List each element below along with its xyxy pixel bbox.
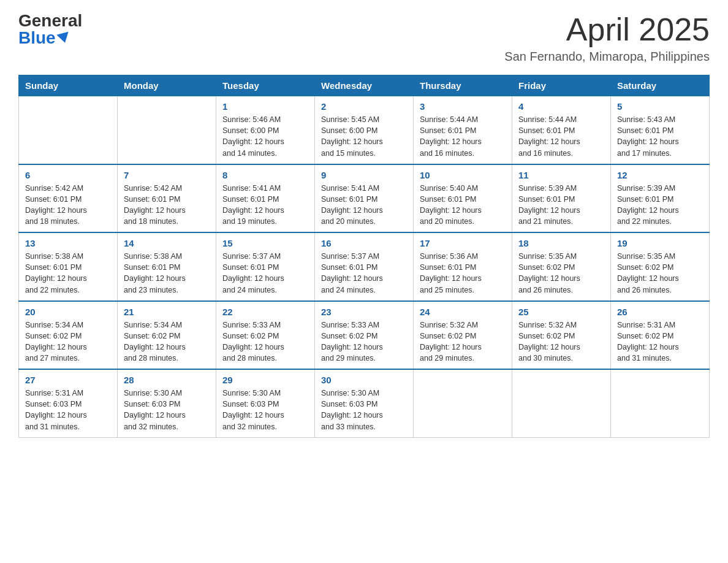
day-info: Sunrise: 5:37 AM Sunset: 6:01 PM Dayligh… [321,251,407,296]
day-number: 27 [25,375,111,385]
day-number: 13 [25,238,111,248]
calendar-cell: 8Sunrise: 5:41 AM Sunset: 6:01 PM Daylig… [216,164,315,233]
day-number: 5 [617,101,703,112]
day-info: Sunrise: 5:32 AM Sunset: 6:02 PM Dayligh… [518,320,604,364]
calendar-cell: 7Sunrise: 5:42 AM Sunset: 6:01 PM Daylig… [118,164,216,233]
calendar-cell: 20Sunrise: 5:34 AM Sunset: 6:02 PM Dayli… [19,301,118,370]
page-header: General Blue April 2025 San Fernando, Mi… [18,12,710,64]
weekday-header-tuesday: Tuesday [216,75,315,96]
calendar-cell: 9Sunrise: 5:41 AM Sunset: 6:01 PM Daylig… [315,164,414,233]
day-info: Sunrise: 5:39 AM Sunset: 6:01 PM Dayligh… [518,183,604,228]
calendar-cell: 22Sunrise: 5:33 AM Sunset: 6:02 PM Dayli… [216,301,315,370]
day-number: 15 [222,238,308,248]
calendar-table: SundayMondayTuesdayWednesdayThursdayFrid… [18,75,710,438]
day-number: 21 [124,307,210,317]
weekday-header-friday: Friday [512,75,611,96]
day-number: 6 [25,170,111,180]
day-info: Sunrise: 5:42 AM Sunset: 6:01 PM Dayligh… [25,183,111,228]
weekday-header-row: SundayMondayTuesdayWednesdayThursdayFrid… [19,75,710,96]
day-info: Sunrise: 5:34 AM Sunset: 6:02 PM Dayligh… [25,320,111,364]
calendar-cell: 24Sunrise: 5:32 AM Sunset: 6:02 PM Dayli… [414,301,512,370]
calendar-cell: 28Sunrise: 5:30 AM Sunset: 6:03 PM Dayli… [118,369,216,437]
day-number: 28 [124,375,210,385]
day-number: 16 [321,238,407,248]
weekday-header-thursday: Thursday [414,75,512,96]
calendar-cell: 23Sunrise: 5:33 AM Sunset: 6:02 PM Dayli… [315,301,414,370]
day-info: Sunrise: 5:41 AM Sunset: 6:01 PM Dayligh… [222,183,308,228]
day-info: Sunrise: 5:35 AM Sunset: 6:02 PM Dayligh… [617,251,703,296]
day-number: 14 [124,238,210,248]
day-info: Sunrise: 5:39 AM Sunset: 6:01 PM Dayligh… [617,183,703,228]
day-info: Sunrise: 5:45 AM Sunset: 6:00 PM Dayligh… [321,114,407,159]
logo-general-text: General [18,12,82,29]
day-info: Sunrise: 5:44 AM Sunset: 6:01 PM Dayligh… [518,114,604,159]
logo-blue-text: Blue [18,29,70,47]
calendar-cell: 12Sunrise: 5:39 AM Sunset: 6:01 PM Dayli… [611,164,710,233]
calendar-cell [19,96,118,164]
month-title: April 2025 [504,12,710,47]
calendar-cell: 4Sunrise: 5:44 AM Sunset: 6:01 PM Daylig… [512,96,611,164]
calendar-cell: 16Sunrise: 5:37 AM Sunset: 6:01 PM Dayli… [315,232,414,301]
calendar-cell: 5Sunrise: 5:43 AM Sunset: 6:01 PM Daylig… [611,96,710,164]
week-row-4: 20Sunrise: 5:34 AM Sunset: 6:02 PM Dayli… [19,301,710,370]
day-number: 9 [321,170,407,180]
day-number: 20 [25,307,111,317]
day-info: Sunrise: 5:38 AM Sunset: 6:01 PM Dayligh… [25,251,111,296]
day-number: 3 [420,101,506,112]
day-number: 24 [420,307,506,317]
day-number: 17 [420,238,506,248]
day-info: Sunrise: 5:33 AM Sunset: 6:02 PM Dayligh… [222,320,308,364]
day-info: Sunrise: 5:33 AM Sunset: 6:02 PM Dayligh… [321,320,407,364]
calendar-cell: 19Sunrise: 5:35 AM Sunset: 6:02 PM Dayli… [611,232,710,301]
day-info: Sunrise: 5:34 AM Sunset: 6:02 PM Dayligh… [124,320,210,364]
calendar-cell [118,96,216,164]
day-info: Sunrise: 5:36 AM Sunset: 6:01 PM Dayligh… [420,251,506,296]
day-info: Sunrise: 5:46 AM Sunset: 6:00 PM Dayligh… [222,114,308,159]
day-number: 23 [321,307,407,317]
day-info: Sunrise: 5:30 AM Sunset: 6:03 PM Dayligh… [124,388,210,432]
day-info: Sunrise: 5:40 AM Sunset: 6:01 PM Dayligh… [420,183,506,228]
calendar-cell: 6Sunrise: 5:42 AM Sunset: 6:01 PM Daylig… [19,164,118,233]
day-info: Sunrise: 5:30 AM Sunset: 6:03 PM Dayligh… [321,388,407,432]
day-number: 25 [518,307,604,317]
day-number: 29 [222,375,308,385]
weekday-header-sunday: Sunday [19,75,118,96]
week-row-3: 13Sunrise: 5:38 AM Sunset: 6:01 PM Dayli… [19,232,710,301]
day-number: 10 [420,170,506,180]
day-number: 4 [518,101,604,112]
day-info: Sunrise: 5:42 AM Sunset: 6:01 PM Dayligh… [124,183,210,228]
week-row-5: 27Sunrise: 5:31 AM Sunset: 6:03 PM Dayli… [19,369,710,437]
calendar-cell: 1Sunrise: 5:46 AM Sunset: 6:00 PM Daylig… [216,96,315,164]
day-number: 26 [617,307,703,317]
calendar-cell: 26Sunrise: 5:31 AM Sunset: 6:02 PM Dayli… [611,301,710,370]
calendar-cell: 29Sunrise: 5:30 AM Sunset: 6:03 PM Dayli… [216,369,315,437]
location-subtitle: San Fernando, Mimaropa, Philippines [504,50,710,64]
calendar-cell: 13Sunrise: 5:38 AM Sunset: 6:01 PM Dayli… [19,232,118,301]
calendar-cell: 10Sunrise: 5:40 AM Sunset: 6:01 PM Dayli… [414,164,512,233]
day-number: 1 [222,101,308,112]
day-number: 8 [222,170,308,180]
calendar-cell: 27Sunrise: 5:31 AM Sunset: 6:03 PM Dayli… [19,369,118,437]
day-info: Sunrise: 5:31 AM Sunset: 6:03 PM Dayligh… [25,388,111,432]
day-info: Sunrise: 5:32 AM Sunset: 6:02 PM Dayligh… [420,320,506,364]
day-number: 7 [124,170,210,180]
day-number: 12 [617,170,703,180]
calendar-cell: 21Sunrise: 5:34 AM Sunset: 6:02 PM Dayli… [118,301,216,370]
day-info: Sunrise: 5:31 AM Sunset: 6:02 PM Dayligh… [617,320,703,364]
day-info: Sunrise: 5:43 AM Sunset: 6:01 PM Dayligh… [617,114,703,159]
day-number: 19 [617,238,703,248]
logo: General Blue [18,12,82,47]
title-block: April 2025 San Fernando, Mimaropa, Phili… [504,12,710,64]
calendar-cell: 11Sunrise: 5:39 AM Sunset: 6:01 PM Dayli… [512,164,611,233]
day-number: 11 [518,170,604,180]
week-row-2: 6Sunrise: 5:42 AM Sunset: 6:01 PM Daylig… [19,164,710,233]
calendar-cell: 3Sunrise: 5:44 AM Sunset: 6:01 PM Daylig… [414,96,512,164]
calendar-cell [512,369,611,437]
day-info: Sunrise: 5:44 AM Sunset: 6:01 PM Dayligh… [420,114,506,159]
calendar-cell [414,369,512,437]
calendar-cell: 2Sunrise: 5:45 AM Sunset: 6:00 PM Daylig… [315,96,414,164]
weekday-header-saturday: Saturday [611,75,710,96]
day-info: Sunrise: 5:35 AM Sunset: 6:02 PM Dayligh… [518,251,604,296]
day-info: Sunrise: 5:30 AM Sunset: 6:03 PM Dayligh… [222,388,308,432]
calendar-cell: 15Sunrise: 5:37 AM Sunset: 6:01 PM Dayli… [216,232,315,301]
